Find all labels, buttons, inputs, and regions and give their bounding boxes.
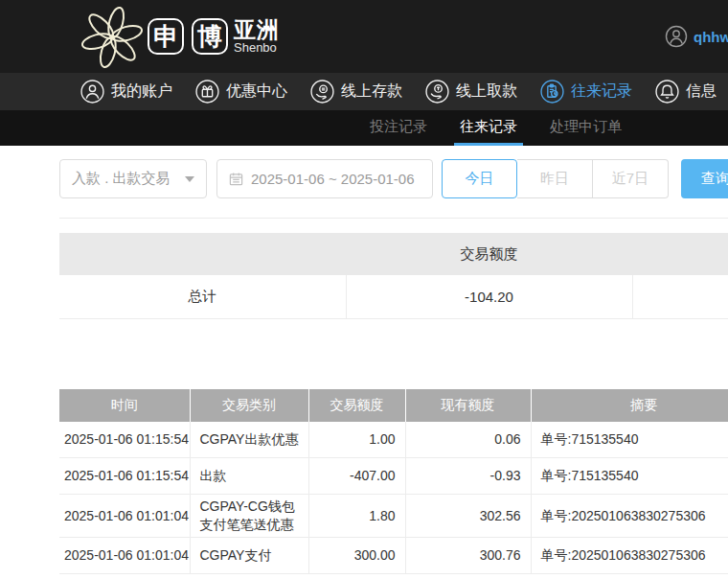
calendar-icon	[229, 172, 243, 186]
date-range-input[interactable]: 2025-01-06 ~ 2025-01-06	[216, 159, 433, 198]
cell-amount: 300.00	[308, 538, 405, 574]
nav-item-promotions[interactable]: 优惠中心	[195, 80, 287, 104]
cell-balance: 300.76	[405, 538, 531, 574]
nav-label: 信息	[686, 81, 717, 102]
tab-betting-records[interactable]: 投注记录	[364, 110, 433, 146]
nav-item-messages[interactable]: 信息	[655, 80, 717, 104]
records-table: 时间 交易类别 交易额度 现有额度 摘要 2025-01-06 01:15:54…	[59, 389, 728, 575]
logo-char-bo: 博	[192, 18, 228, 55]
summary-empty-cell	[632, 275, 728, 318]
table-row: 2025-01-06 01:15:54 出款 -407.00 -0.93 单号:…	[59, 458, 728, 495]
search-button[interactable]: 查询	[681, 159, 728, 198]
tab-transfer-records[interactable]: 往来记录	[454, 110, 523, 146]
cell-amount: 1.00	[308, 422, 405, 458]
cell-summary: 单号:202501063830275306	[531, 538, 728, 574]
quick-date-group: 今日 昨日 近7日	[442, 159, 669, 198]
deposit-icon	[310, 80, 334, 104]
logo: 申 博 亚洲 Shenbo	[80, 4, 280, 69]
quick-btn-yesterday[interactable]: 昨日	[517, 159, 593, 198]
cell-type: CGPAY支付	[190, 538, 308, 574]
username: qhhw	[694, 29, 728, 45]
withdraw-icon	[425, 80, 449, 104]
cell-summary: 单号:715135540	[531, 422, 728, 458]
cell-type: CGPAY出款优惠	[190, 422, 308, 458]
quick-btn-today[interactable]: 今日	[442, 159, 517, 198]
cell-amount: -407.00	[308, 458, 405, 495]
nav-item-my-account[interactable]: 我的账户	[80, 80, 172, 104]
cell-time: 2025-01-06 01:01:04	[59, 495, 190, 538]
cell-type: CGPAY-CG钱包支付笔笔送优惠	[190, 495, 308, 538]
nav-label: 我的账户	[111, 81, 172, 102]
nav-item-withdraw[interactable]: 线上取款	[425, 80, 517, 104]
col-header-balance: 现有额度	[405, 389, 531, 422]
date-range-value: 2025-01-06 ~ 2025-01-06	[251, 171, 415, 187]
transfer-records-icon	[540, 80, 564, 104]
col-header-time: 时间	[59, 389, 190, 422]
summary-total-row: 总计 -104.20	[59, 275, 728, 318]
tab-pending-orders[interactable]: 处理中订单	[544, 110, 627, 146]
logo-region: 亚洲	[234, 18, 280, 41]
summary-total-value: -104.20	[346, 275, 632, 318]
user-icon	[80, 80, 104, 104]
cell-balance: 0.06	[405, 422, 531, 458]
nav-item-transfer-records[interactable]: 往来记录	[540, 80, 632, 104]
quick-btn-last7days[interactable]: 近7日	[593, 159, 669, 198]
logo-char-shen: 申	[148, 18, 184, 55]
user-account[interactable]: qhhw	[665, 25, 728, 48]
cell-balance: 302.56	[405, 495, 531, 538]
sub-nav: 投注记录 往来记录 处理中订单	[0, 110, 728, 146]
summary-total-label: 总计	[59, 275, 346, 318]
records-header-row: 时间 交易类别 交易额度 现有额度 摘要	[59, 389, 728, 422]
summary-header-row: 交易额度	[59, 233, 728, 275]
logo-name-en: Shenbo	[234, 41, 280, 55]
transaction-type-value: 入款 . 出款交易	[72, 170, 171, 188]
cell-summary: 单号:202501063830275306	[531, 495, 728, 538]
nav-item-deposit[interactable]: 线上存款	[310, 80, 402, 104]
summary-header-empty	[59, 233, 346, 275]
bell-icon	[655, 80, 679, 104]
cell-time: 2025-01-06 01:01:04	[59, 538, 190, 574]
app-header: 申 博 亚洲 Shenbo qhhw	[0, 0, 728, 73]
cell-amount: 1.80	[308, 495, 405, 538]
summary-header-empty	[632, 233, 728, 275]
col-header-summary: 摘要	[531, 389, 728, 422]
col-header-type: 交易类别	[190, 389, 308, 422]
chevron-down-icon	[185, 176, 194, 182]
cell-summary: 单号:715135540	[531, 458, 728, 495]
content: 入款 . 出款交易 2025-01-06 ~ 2025-01-06 今日 昨日 …	[59, 146, 728, 574]
transaction-type-select[interactable]: 入款 . 出款交易	[59, 159, 207, 198]
cell-time: 2025-01-06 01:15:54	[59, 458, 190, 495]
nav-label: 优惠中心	[226, 81, 287, 102]
gift-icon	[195, 80, 219, 104]
filter-toolbar: 入款 . 出款交易 2025-01-06 ~ 2025-01-06 今日 昨日 …	[59, 146, 728, 219]
cell-balance: -0.93	[405, 458, 531, 495]
nav-label: 线上存款	[341, 81, 402, 102]
table-row: 2025-01-06 01:01:04 CGPAY-CG钱包支付笔笔送优惠 1.…	[59, 495, 728, 538]
summary-table: 交易额度 总计 -104.20	[59, 233, 728, 319]
cell-type: 出款	[190, 458, 308, 495]
main-nav: 我的账户 优惠中心 线上存款 线上取款	[0, 73, 728, 110]
col-header-amount: 交易额度	[308, 389, 405, 422]
nav-label: 线上取款	[456, 81, 517, 102]
table-row: 2025-01-06 01:15:54 CGPAY出款优惠 1.00 0.06 …	[59, 422, 728, 458]
avatar-icon	[665, 25, 688, 48]
nav-label: 往来记录	[571, 81, 632, 102]
summary-header-amount: 交易额度	[346, 233, 632, 275]
cell-time: 2025-01-06 01:15:54	[59, 422, 190, 458]
table-row: 2025-01-06 01:01:04 CGPAY支付 300.00 300.7…	[59, 538, 728, 574]
flower-logo-icon	[80, 4, 144, 69]
